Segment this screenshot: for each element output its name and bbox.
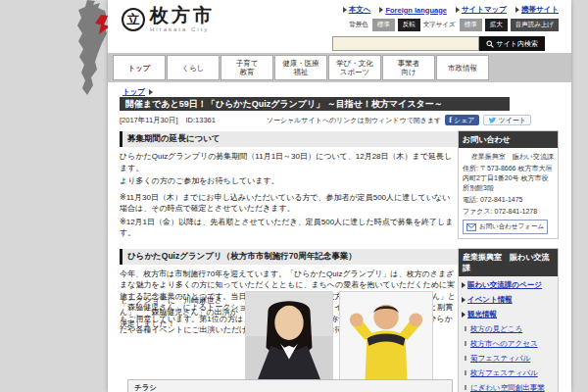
related-links-heading: 産業振興室 賑わい交流課 [459,249,558,276]
sidebar-link: 枚方フェスティバル [462,368,555,378]
nav-tab-manabi[interactable]: 学び・文化スポーツ [328,55,381,80]
sidebar-link: 菊フェスティバル [462,354,555,364]
link-foreign-language[interactable]: Foreign language [379,6,447,15]
nav-tab-shisei[interactable]: 市政情報 [436,55,489,80]
mail-icon [466,223,476,231]
nav-tab-kurashi[interactable]: くらし [167,55,220,80]
search-icon [486,40,494,48]
page-container: 立 枚方市 Hirakata City 本文へ Foreign language… [108,0,571,392]
contact-fax: ファクス: 072-841-1278 [463,207,554,217]
facebook-share-button[interactable]: f シェア [445,115,478,125]
paragraph: ※11月30日（木）までにお申し込みいただいている方で、参加者が定員500人に達… [120,192,458,215]
bullet-icon [465,385,466,390]
page-title: 開催まであと59日！「ひらかたQuizグランプリ」 ～目指せ！枚方マイスター～ [120,97,510,111]
sidebar-link: にぎわい空間創出事業 [462,383,555,392]
accessibility-controls: 背景色 標準 反転 文字サイズ 標準 拡大 音声読み上げ [349,19,559,31]
chevron-right-icon [462,297,466,303]
chevron-right-icon [515,7,519,13]
facebook-icon: f [449,116,452,124]
contact-department: 産業振興室 賑わい交流課 [463,152,554,162]
city-emblem-icon: 立 [122,8,145,31]
related-links-box: 産業振興室 賑わい交流課 賑わい交流課のページ イベント情報 観光情報 枚方の見… [458,248,559,392]
chevron-right-icon [462,282,466,288]
chevron-right-icon [462,312,466,318]
bullet-icon [465,370,466,375]
link-mobile-site[interactable]: 携帯サイト [515,5,559,15]
breadcrumb-home-link[interactable]: トップ [122,87,145,97]
sidebar-link: 観光情報 [462,310,555,319]
search-button[interactable]: サイト内検索 [479,36,546,51]
font-large-button[interactable]: 拡大 [485,19,508,31]
nav-tab-top[interactable]: トップ [113,55,166,80]
contact-address: 住所: 〒573-8666 枚方市大垣内町2丁目1番20号 枚方市役所別館3階 [463,164,554,193]
flyer-box-label: チラシ [134,383,157,392]
city-logo[interactable]: 立 枚方市 Hirakata City [122,6,215,32]
contact-tel: 電話: 072-841-1475 [463,195,554,205]
nav-tab-jigyosha[interactable]: 事業者向け [382,55,435,80]
contact-box-heading: お問い合わせ [459,131,558,148]
paragraph: ※12月1日（金）以降は、先着順とさせていただき、定員500人に達した時点で募集… [120,217,458,239]
quick-links: 本文へ Foreign language サイトマップ 携帯サイト [343,5,559,15]
photo-moriwaki-kenji [339,291,433,381]
chevron-right-icon [379,7,383,13]
link-sitemap[interactable]: サイトマップ [456,5,507,15]
city-name: 枚方市 [150,6,215,24]
contact-form-button[interactable]: お問い合わせフォーム [463,220,548,234]
primary-nav: トップ くらし 子育て教育 健康・医療福祉 学び・文化スポーツ 事業者向け 市政… [108,53,571,82]
sidebar-link: 枚方の見どころ [462,324,555,334]
twitter-tweet-button[interactable]: ツイート [483,115,532,125]
nav-tab-kosodate[interactable]: 子育て教育 [220,55,273,80]
photo-kawasaki-mayo [245,291,333,381]
section-heading-quiz-grand-prix: ひらかたQuizグランプリ（枚方市市制施行70周年記念事業） [120,249,458,265]
chevron-right-icon [343,7,347,13]
social-note: ソーシャルサイトへのリンクは別ウィンドウで開きます [267,116,442,125]
site-search: サイト内検索 [332,36,546,51]
bullet-icon [465,356,466,361]
font-standard-button[interactable]: 標準 [460,19,482,31]
sidebar: お問い合わせ 産業振興室 賑わい交流課 住所: 〒573-8666 枚方市大垣内… [458,130,559,392]
bullet-icon [465,341,466,346]
flyer-box: チラシ [127,379,453,392]
article-date: [2017年11月30日] [120,116,177,125]
bg-color-label: 背景色 [349,21,368,29]
font-size-label: 文字サイズ [423,21,456,29]
photos-row: トークショーに「川崎麻世さん」、「森脇健児さん」の出演が決定しました！ [120,291,458,381]
nav-tab-kenko[interactable]: 健康・医療福祉 [274,55,327,80]
sidebar-link: 賑わい交流課のページ [462,280,555,290]
browser-viewport: 立 枚方市 Hirakata City 本文へ Foreign language… [0,0,588,392]
twitter-bird-icon [488,117,497,124]
breadcrumb: トップ [122,87,155,97]
sidebar-link: イベント情報 [462,295,555,305]
contact-box: お問い合わせ 産業振興室 賑わい交流課 住所: 〒573-8666 枚方市大垣内… [458,130,559,239]
bg-invert-button[interactable]: 反転 [398,19,420,31]
osaka-map-decoration [74,0,112,98]
paragraph: より多くの方のご参加をお待ちしています。 [120,175,458,187]
bullet-icon [465,326,466,331]
search-input[interactable] [332,36,479,51]
sidebar-link: 枚方市へのアクセス [462,339,555,349]
text-to-speech-button[interactable]: 音声読み上げ [511,19,559,31]
chevron-right-icon [456,7,460,13]
article-id: ID:13361 [185,116,215,125]
article-meta: [2017年11月30日] ID:13361 ソーシャルサイトへのリンクは別ウィ… [120,115,531,125]
chevron-right-icon [149,89,153,95]
section-heading-extension: 募集期間の延長について [120,131,458,147]
paragraph: ひらかたQuizグランプリの募集期間（11月1日～30日）について、12月28日… [120,151,458,173]
link-to-main-text[interactable]: 本文へ [343,5,371,15]
photo-caption: トークショーに「川崎麻世さん」、「森脇健児さん」の出演が決定しました！ [120,291,239,381]
bg-standard-button[interactable]: 標準 [372,19,395,31]
city-name-romaji: Hirakata City [150,26,215,32]
